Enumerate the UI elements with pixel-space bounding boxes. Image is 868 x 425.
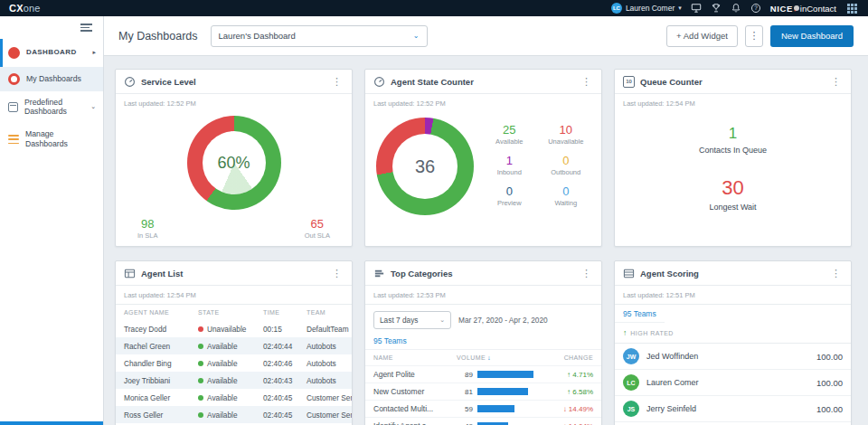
widget-menu-button[interactable]: ⋮ [829, 77, 843, 87]
change-value: ↓ 14.04% [563, 422, 593, 425]
sidebar-item-my-dashboards[interactable]: My Dashboards [0, 67, 103, 91]
list-item: JS Jerry Seinfeld 100.00 [615, 396, 851, 422]
widget-menu-button[interactable]: ⋮ [829, 269, 843, 279]
cxone-app: CXone LC Lauren Comer ▾ ? NICE·inContact [0, 0, 868, 425]
brand-dot-icon: · [794, 5, 799, 11]
header-menu-button[interactable]: ⋮ [745, 25, 763, 47]
topbar-right: LC Lauren Comer ▾ ? NICE·inContact [611, 2, 859, 15]
bell-icon[interactable] [731, 3, 741, 14]
table-row: Tracey Dodd Unavailable 00:15 DefaultTea… [116, 320, 352, 337]
col-name: NAME [373, 354, 457, 361]
volume-bar [477, 405, 514, 412]
sidebar-item-label: DASHBOARD [26, 48, 77, 57]
new-dashboard-button[interactable]: New Dashboard [770, 25, 854, 47]
widget-title: Agent List [141, 269, 183, 279]
dashboard-icon [8, 47, 20, 59]
widget-menu-button[interactable]: ⋮ [330, 77, 344, 87]
state-dot-icon [198, 378, 203, 383]
donut-center: 60% [203, 131, 266, 194]
date-range-text: Mar 27, 2020 - Apr 2, 2020 [458, 316, 548, 325]
out-sla-stat: 65 Out SLA [305, 217, 330, 240]
add-widget-button[interactable]: + Add Widget [666, 25, 738, 47]
col-volume[interactable]: VOLUME↓ [457, 354, 546, 362]
out-sla-value: 65 [305, 217, 330, 231]
page-header: My Dashboards Lauren's Dashboard ⌄ + Add… [104, 16, 868, 56]
sidebar-item-dashboard[interactable]: DASHBOARD ▸ [0, 39, 103, 67]
logo-one: one [24, 3, 41, 14]
widget-title: Service Level [141, 77, 196, 87]
chevron-down-icon: ▾ [678, 5, 682, 12]
high-rated-sort[interactable]: ↑ HIGH RATED [615, 323, 851, 344]
category-row: Agent Polite 89 ↑ 4.71% [365, 365, 601, 382]
widget-agent-scoring: Agent Scoring ⋮ Last updated: 12:51 PM 9… [614, 260, 852, 425]
sidebar-item-predefined-dashboards[interactable]: Predefined Dashboards ⌄ [0, 91, 103, 124]
last-updated: Last updated: 12:53 PM [365, 286, 601, 305]
stat-available: 25 Available [481, 123, 538, 146]
state-dot-icon [198, 395, 203, 401]
svg-text:?: ? [754, 5, 758, 11]
widget-queue-counter: 10 Queue Counter ⋮ Last updated: 12:54 P… [614, 69, 852, 247]
agent-state-body: 36 25 Available 10 Unavailable [365, 112, 601, 246]
chevron-down-icon: ⌄ [90, 103, 96, 110]
dashboard-select[interactable]: Lauren's Dashboard ⌄ [211, 25, 428, 47]
avatar: JS [623, 401, 639, 417]
agent-state-donut: 36 [376, 118, 474, 215]
trophy-icon[interactable] [711, 3, 722, 14]
chevron-down-icon: ⌄ [439, 316, 445, 324]
stat-unavailable: 10 Unavailable [538, 123, 595, 146]
dashboard-select-value: Lauren's Dashboard [219, 31, 296, 41]
sla-stats: 98 In SLA 65 Out SLA [116, 217, 352, 240]
number-tile-icon: 10 [623, 76, 635, 88]
help-icon[interactable]: ? [750, 3, 761, 14]
category-row: New Customer 81 ↑ 6.58% [365, 382, 601, 400]
widget-top-categories: Top Categories ⋮ Last updated: 12:53 PM … [364, 260, 602, 425]
top-categories-filter: Last 7 days ⌄ Mar 27, 2020 - Apr 2, 2020 [365, 305, 601, 332]
change-value: ↓ 14.49% [563, 405, 593, 413]
user-avatar: LC [611, 3, 622, 14]
teams-link[interactable]: 95 Teams [615, 305, 665, 323]
screens-icon[interactable] [691, 3, 702, 14]
widget-header: 10 Queue Counter ⋮ [615, 70, 851, 94]
agent-state-stats: 25 Available 10 Unavailable 1 Inbound [481, 123, 594, 207]
last-updated: Last updated: 12:52 PM [365, 94, 601, 112]
teams-link[interactable]: 95 Teams [365, 332, 415, 349]
widget-header: Service Level ⋮ [116, 70, 352, 94]
contacts-in-queue-label: Contacts In Queue [699, 146, 767, 155]
table-row: Rachel Green Available 02:40:44 Autobots [116, 337, 352, 354]
main-area: My Dashboards Lauren's Dashboard ⌄ + Add… [104, 16, 868, 425]
date-range-select[interactable]: Last 7 days ⌄ [373, 311, 451, 329]
volume-bar [477, 371, 533, 378]
table-row: Ross Geller Available 02:40:45 Customer … [116, 406, 352, 423]
widget-menu-button[interactable]: ⋮ [580, 77, 593, 87]
my-dashboards-icon [8, 73, 20, 85]
gauge-icon [124, 76, 136, 88]
donut-center: 36 [392, 134, 458, 199]
change-value: ↑ 6.58% [567, 388, 593, 396]
last-updated: Last updated: 12:54 PM [615, 94, 851, 112]
sidebar-item-label: My Dashboards [26, 74, 81, 84]
logo-cx: CX [9, 3, 24, 14]
arrow-up-icon: ↑ [623, 328, 627, 337]
state-dot-icon [198, 361, 203, 366]
nice-incontact-logo: NICE·inContact [770, 4, 836, 14]
sidebar-item-manage-dashboards[interactable]: Manage Dashboards [0, 123, 103, 156]
widget-menu-button[interactable]: ⋮ [330, 269, 344, 279]
widget-menu-button[interactable]: ⋮ [580, 269, 593, 279]
chevron-down-icon: ⌄ [413, 32, 420, 40]
last-updated: Last updated: 12:54 PM [116, 286, 352, 305]
collapse-menu-icon[interactable] [80, 24, 92, 32]
widget-agent-list: Agent List ⋮ Last updated: 12:54 PM AGEN… [115, 260, 353, 425]
service-level-donut: 60% [187, 116, 281, 210]
avatar: JW [623, 348, 639, 364]
apps-grid-icon[interactable] [845, 2, 859, 15]
widget-header: Top Categories ⋮ [365, 261, 601, 286]
contacts-in-queue-value: 1 [729, 125, 737, 143]
list-item: JW Jed Woffinden 100.00 [615, 344, 851, 370]
table-row: Joey Tribbiani Available 02:40:43 Autobo… [116, 372, 352, 389]
user-menu[interactable]: LC Lauren Comer ▾ [611, 3, 682, 14]
widget-title: Agent State Counter [391, 77, 474, 87]
stat-waiting: 0 Waiting [538, 184, 595, 207]
last-updated: Last updated: 12:51 PM [615, 286, 851, 305]
change-value: ↑ 4.71% [567, 371, 593, 379]
in-sla-value: 98 [137, 217, 158, 231]
